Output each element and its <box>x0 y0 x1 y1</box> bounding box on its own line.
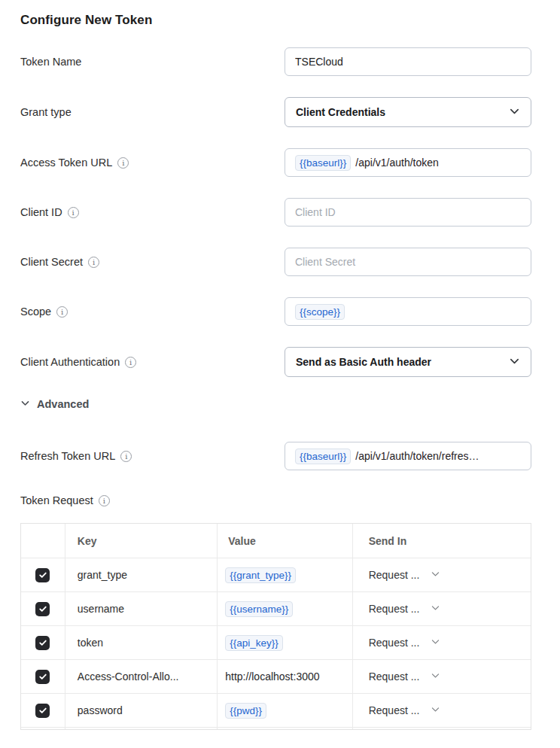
token-request-table: Key Value Send In grant_type {{grant_typ… <box>20 523 531 730</box>
info-icon[interactable] <box>125 357 136 368</box>
label-text: Client Secret <box>20 256 83 268</box>
send-in-select[interactable]: Request ... <box>352 592 531 625</box>
info-icon[interactable] <box>88 257 99 268</box>
header-send-in: Send In <box>352 524 531 558</box>
chevron-down-icon <box>20 398 30 410</box>
advanced-section-toggle[interactable]: Advanced <box>20 398 89 410</box>
row-checkbox[interactable] <box>35 670 50 684</box>
label-text: Client Authentication <box>20 356 120 368</box>
chevron-down-icon <box>431 603 440 615</box>
info-icon[interactable] <box>68 207 79 218</box>
selected-value: Client Credentials <box>296 106 385 118</box>
page-title: Configure New Token <box>20 13 531 28</box>
table-header-row: Key Value Send In <box>21 524 531 558</box>
table-row: grant_type {{grant_type}} Request ... <box>21 558 531 591</box>
send-in-value: Request ... <box>369 704 420 716</box>
value-variable-chip[interactable]: {{grant_type}} <box>225 567 296 583</box>
variable-chip[interactable]: {{scope}} <box>295 304 345 320</box>
advanced-label: Advanced <box>37 398 89 410</box>
scope-label: Scope <box>20 306 68 318</box>
refresh-token-url-input[interactable]: {{baseurl}} /api/v1/auth/token/refres… <box>285 442 531 470</box>
url-path-text: /api/v1/auth/token/refres… <box>355 450 479 462</box>
token-request-label: Token Request <box>20 494 531 506</box>
client-secret-input[interactable] <box>285 248 531 276</box>
label-text: Access Token URL <box>20 157 112 169</box>
value-cell[interactable]: http://localhost:3000 <box>225 670 319 683</box>
chevron-down-icon <box>431 704 440 716</box>
chevron-down-icon <box>431 670 440 683</box>
value-variable-chip[interactable]: {{api_key}} <box>225 635 283 651</box>
table-row: password {{pwd}} Request ... <box>21 693 531 727</box>
form-row-client-secret: Client Secret <box>20 248 531 276</box>
label-text: Refresh Token URL <box>20 450 115 462</box>
client-authentication-label: Client Authentication <box>20 356 136 368</box>
chevron-down-icon <box>509 355 520 369</box>
info-icon[interactable] <box>117 157 129 169</box>
selected-value: Send as Basic Auth header <box>296 356 431 368</box>
grant-type-select[interactable]: Client Credentials <box>285 97 531 127</box>
label-text: Scope <box>20 306 51 318</box>
key-cell[interactable]: username <box>78 603 124 615</box>
send-in-value: Request ... <box>369 569 420 581</box>
chevron-down-icon <box>509 105 520 119</box>
configure-token-panel: Configure New Token Token Name Grant typ… <box>0 0 531 730</box>
form-row-access-token-url: Access Token URL {{baseurl}} /api/v1/aut… <box>20 148 531 177</box>
client-authentication-select[interactable]: Send as Basic Auth header <box>285 347 531 377</box>
row-checkbox[interactable] <box>35 568 50 582</box>
key-cell[interactable]: password <box>78 704 123 716</box>
header-value: Value <box>217 524 352 558</box>
refresh-token-url-label: Refresh Token URL <box>20 450 132 462</box>
client-id-label: Client ID <box>20 206 79 218</box>
send-in-select[interactable]: Request ... <box>352 626 531 659</box>
value-variable-chip[interactable]: {{pwd}} <box>225 703 266 719</box>
label-text: Grant type <box>20 106 72 118</box>
client-secret-label: Client Secret <box>20 256 99 268</box>
info-icon[interactable] <box>120 451 132 462</box>
key-cell[interactable]: grant_type <box>78 569 127 581</box>
form-row-refresh-token-url: Refresh Token URL {{baseurl}} /api/v1/au… <box>20 442 531 470</box>
scope-input[interactable]: {{scope}} <box>285 297 531 326</box>
send-in-select[interactable]: Request ... <box>352 558 531 591</box>
info-icon[interactable] <box>56 306 68 318</box>
send-in-select[interactable]: Request ... <box>352 660 531 693</box>
send-in-value: Request ... <box>369 637 420 649</box>
send-in-value: Request ... <box>369 603 420 615</box>
form-row-grant-type: Grant type Client Credentials <box>20 97 531 127</box>
key-cell[interactable]: Access-Control-Allo... <box>78 670 179 683</box>
chevron-down-icon <box>431 637 440 649</box>
grant-type-label: Grant type <box>20 106 72 118</box>
table-row: username {{username}} Request ... <box>21 591 531 625</box>
label-text: Token Request <box>20 494 93 506</box>
row-checkbox[interactable] <box>35 704 50 718</box>
access-token-url-input[interactable]: {{baseurl}} /api/v1/auth/token <box>285 148 531 177</box>
table-row-cutoff <box>21 727 531 729</box>
token-name-label: Token Name <box>20 56 81 68</box>
value-variable-chip[interactable]: {{username}} <box>225 601 293 617</box>
row-checkbox[interactable] <box>35 602 50 616</box>
token-name-input[interactable] <box>285 47 531 76</box>
row-checkbox[interactable] <box>35 636 50 650</box>
url-path-text: /api/v1/auth/token <box>355 157 439 169</box>
send-in-value: Request ... <box>369 670 420 683</box>
header-key: Key <box>65 524 217 558</box>
chevron-down-icon <box>431 569 440 581</box>
client-id-input[interactable] <box>285 198 531 227</box>
access-token-url-label: Access Token URL <box>20 157 129 169</box>
table-row: Access-Control-Allo... http://localhost:… <box>21 659 531 693</box>
variable-chip[interactable]: {{baseurl}} <box>295 448 351 464</box>
variable-chip[interactable]: {{baseurl}} <box>295 155 351 171</box>
table-row: token {{api_key}} Request ... <box>21 625 531 659</box>
form-row-client-authentication: Client Authentication Send as Basic Auth… <box>20 347 531 377</box>
label-text: Client ID <box>20 206 62 218</box>
form-row-token-name: Token Name <box>20 47 531 76</box>
form-row-client-id: Client ID <box>20 198 531 227</box>
label-text: Token Name <box>20 56 81 68</box>
header-checkbox-cell <box>21 524 65 558</box>
send-in-select[interactable]: Request ... <box>352 694 531 727</box>
form-row-scope: Scope {{scope}} <box>20 297 531 326</box>
key-cell[interactable]: token <box>78 637 103 649</box>
info-icon[interactable] <box>99 495 110 506</box>
